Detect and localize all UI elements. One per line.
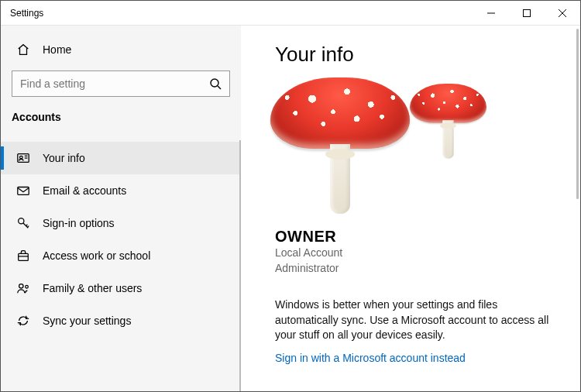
account-type: Local Account: [275, 246, 559, 261]
briefcase-icon: [16, 249, 30, 263]
person-badge-icon: [16, 151, 30, 165]
account-info: OWNER Local Account Administrator: [275, 228, 559, 276]
svg-point-7: [20, 156, 23, 159]
svg-rect-12: [19, 253, 29, 260]
account-picture-current[interactable]: [270, 77, 410, 214]
scrollbar[interactable]: [576, 29, 579, 199]
window-body: Home Accounts Your info: [1, 26, 580, 391]
window-title: Settings: [1, 8, 43, 19]
sidebar-item-label: Your info: [43, 152, 85, 164]
svg-point-15: [26, 285, 29, 288]
svg-point-11: [19, 218, 24, 224]
sidebar-item-label: Sync your settings: [43, 315, 131, 327]
close-button[interactable]: [545, 1, 580, 26]
nav-list: Your info Email & accounts Sign-in optio…: [1, 142, 241, 337]
maximize-button[interactable]: [509, 1, 545, 26]
maximize-icon: [523, 9, 531, 17]
svg-line-5: [218, 86, 221, 89]
sync-icon: [16, 314, 30, 328]
signin-link-row: Sign in with a Microsoft account instead: [275, 351, 559, 365]
account-pictures: [247, 77, 559, 225]
svg-rect-1: [524, 9, 531, 16]
titlebar: Settings: [1, 1, 580, 26]
home-icon: [16, 43, 30, 57]
sidebar-item-signin-options[interactable]: Sign-in options: [1, 207, 241, 239]
sidebar-item-label: Sign-in options: [43, 217, 115, 229]
promo-text: Windows is better when your settings and…: [275, 297, 554, 343]
search-icon: [209, 77, 222, 90]
account-name: OWNER: [275, 228, 559, 246]
sidebar-item-sync[interactable]: Sync your settings: [1, 304, 241, 337]
account-picture-previous[interactable]: [410, 84, 486, 159]
sidebar-item-label: Family & other users: [43, 282, 142, 294]
settings-window: Settings Home: [0, 0, 581, 392]
svg-rect-10: [18, 187, 29, 195]
main-content: Your info OWNER Local Account Administra…: [241, 26, 580, 391]
people-icon: [16, 281, 30, 295]
mail-icon: [16, 184, 30, 198]
sidebar-item-your-info[interactable]: Your info: [1, 142, 241, 174]
signin-microsoft-link[interactable]: Sign in with a Microsoft account instead: [275, 352, 466, 364]
sidebar-item-label: Email & accounts: [43, 184, 126, 197]
minimize-icon: [487, 9, 495, 17]
svg-point-14: [19, 284, 23, 288]
sidebar-item-email-accounts[interactable]: Email & accounts: [1, 174, 241, 207]
search-box[interactable]: [12, 70, 230, 97]
sidebar-item-family-users[interactable]: Family & other users: [1, 272, 241, 304]
minimize-button[interactable]: [473, 1, 509, 26]
home-label: Home: [43, 43, 71, 56]
category-heading: Accounts: [1, 106, 241, 134]
search-input[interactable]: [20, 77, 209, 90]
account-role: Administrator: [275, 261, 559, 277]
svg-point-4: [211, 79, 218, 87]
key-icon: [16, 216, 30, 230]
home-nav[interactable]: Home: [1, 35, 241, 64]
page-title: Your info: [275, 43, 559, 67]
sidebar-item-work-school[interactable]: Access work or school: [1, 239, 241, 272]
sidebar: Home Accounts Your info: [1, 26, 241, 391]
close-icon: [559, 9, 566, 17]
sidebar-item-label: Access work or school: [43, 249, 150, 262]
